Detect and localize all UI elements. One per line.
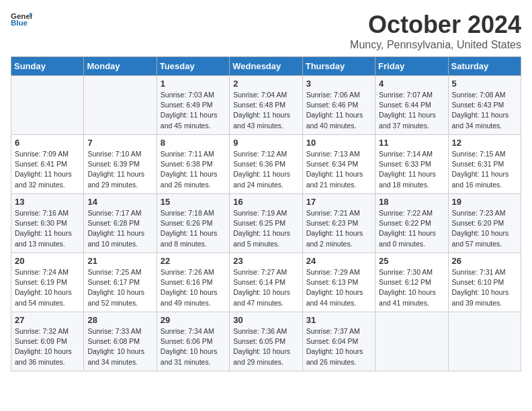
column-header-thursday: Thursday <box>302 57 375 76</box>
calendar-cell: 26Sunrise: 7:31 AM Sunset: 6:10 PM Dayli… <box>448 253 521 312</box>
calendar-cell: 4Sunrise: 7:07 AM Sunset: 6:44 PM Daylig… <box>375 76 448 135</box>
calendar-week-row: 27Sunrise: 7:32 AM Sunset: 6:09 PM Dayli… <box>11 312 521 371</box>
day-info: Sunrise: 7:08 AM Sunset: 6:43 PM Dayligh… <box>452 90 517 131</box>
day-number: 10 <box>306 138 371 148</box>
day-number: 11 <box>379 138 444 148</box>
calendar-cell: 12Sunrise: 7:15 AM Sunset: 6:31 PM Dayli… <box>448 135 521 194</box>
calendar-cell: 29Sunrise: 7:34 AM Sunset: 6:06 PM Dayli… <box>157 312 229 371</box>
day-number: 31 <box>306 315 371 325</box>
calendar-cell: 2Sunrise: 7:04 AM Sunset: 6:48 PM Daylig… <box>230 76 302 135</box>
calendar-cell: 18Sunrise: 7:22 AM Sunset: 6:22 PM Dayli… <box>375 194 448 253</box>
calendar-week-row: 1Sunrise: 7:03 AM Sunset: 6:49 PM Daylig… <box>11 76 521 135</box>
day-number: 2 <box>233 79 298 89</box>
calendar-cell: 15Sunrise: 7:18 AM Sunset: 6:26 PM Dayli… <box>157 194 229 253</box>
day-info: Sunrise: 7:06 AM Sunset: 6:46 PM Dayligh… <box>306 90 371 131</box>
day-number: 28 <box>87 315 152 325</box>
day-number: 29 <box>161 315 226 325</box>
column-header-wednesday: Wednesday <box>230 57 302 76</box>
day-number: 27 <box>15 315 80 325</box>
column-header-friday: Friday <box>375 57 448 76</box>
calendar-cell: 8Sunrise: 7:11 AM Sunset: 6:38 PM Daylig… <box>157 135 229 194</box>
day-number: 21 <box>87 256 152 266</box>
column-header-saturday: Saturday <box>448 57 521 76</box>
day-info: Sunrise: 7:15 AM Sunset: 6:31 PM Dayligh… <box>452 149 517 190</box>
day-info: Sunrise: 7:12 AM Sunset: 6:36 PM Dayligh… <box>233 149 298 190</box>
calendar-week-row: 13Sunrise: 7:16 AM Sunset: 6:30 PM Dayli… <box>11 194 521 253</box>
column-header-tuesday: Tuesday <box>157 57 229 76</box>
calendar-table: SundayMondayTuesdayWednesdayThursdayFrid… <box>11 56 521 371</box>
day-info: Sunrise: 7:03 AM Sunset: 6:49 PM Dayligh… <box>161 90 226 131</box>
calendar-cell: 11Sunrise: 7:14 AM Sunset: 6:33 PM Dayli… <box>375 135 448 194</box>
day-number: 3 <box>306 79 371 89</box>
day-number: 22 <box>161 256 226 266</box>
logo-icon: General Blue <box>11 11 32 27</box>
title-block: October 2024 Muncy, Pennsylvania, United… <box>350 11 521 51</box>
day-info: Sunrise: 7:25 AM Sunset: 6:17 PM Dayligh… <box>87 267 152 308</box>
day-number: 23 <box>233 256 298 266</box>
svg-text:Blue: Blue <box>11 19 28 27</box>
day-info: Sunrise: 7:14 AM Sunset: 6:33 PM Dayligh… <box>379 149 444 190</box>
calendar-cell: 16Sunrise: 7:19 AM Sunset: 6:25 PM Dayli… <box>230 194 302 253</box>
calendar-cell <box>84 76 157 135</box>
calendar-week-row: 6Sunrise: 7:09 AM Sunset: 6:41 PM Daylig… <box>11 135 521 194</box>
calendar-cell: 7Sunrise: 7:10 AM Sunset: 6:39 PM Daylig… <box>84 135 157 194</box>
calendar-week-row: 20Sunrise: 7:24 AM Sunset: 6:19 PM Dayli… <box>11 253 521 312</box>
calendar-header-row: SundayMondayTuesdayWednesdayThursdayFrid… <box>11 57 521 76</box>
day-info: Sunrise: 7:22 AM Sunset: 6:22 PM Dayligh… <box>379 208 444 249</box>
day-info: Sunrise: 7:19 AM Sunset: 6:25 PM Dayligh… <box>233 208 298 249</box>
day-number: 9 <box>233 138 298 148</box>
day-number: 26 <box>452 256 517 266</box>
day-info: Sunrise: 7:11 AM Sunset: 6:38 PM Dayligh… <box>161 149 226 190</box>
day-number: 7 <box>87 138 152 148</box>
day-number: 18 <box>379 197 444 207</box>
day-info: Sunrise: 7:26 AM Sunset: 6:16 PM Dayligh… <box>161 267 226 308</box>
day-number: 8 <box>161 138 226 148</box>
calendar-cell: 5Sunrise: 7:08 AM Sunset: 6:43 PM Daylig… <box>448 76 521 135</box>
day-number: 12 <box>452 138 517 148</box>
day-number: 24 <box>306 256 371 266</box>
day-info: Sunrise: 7:21 AM Sunset: 6:23 PM Dayligh… <box>306 208 371 249</box>
calendar-cell: 17Sunrise: 7:21 AM Sunset: 6:23 PM Dayli… <box>302 194 375 253</box>
calendar-cell: 10Sunrise: 7:13 AM Sunset: 6:34 PM Dayli… <box>302 135 375 194</box>
day-info: Sunrise: 7:23 AM Sunset: 6:20 PM Dayligh… <box>452 208 517 249</box>
page-header: General Blue October 2024 Muncy, Pennsyl… <box>11 11 521 51</box>
calendar-cell: 22Sunrise: 7:26 AM Sunset: 6:16 PM Dayli… <box>157 253 229 312</box>
calendar-cell: 30Sunrise: 7:36 AM Sunset: 6:05 PM Dayli… <box>230 312 302 371</box>
page-title: October 2024 <box>350 11 521 39</box>
calendar-cell: 27Sunrise: 7:32 AM Sunset: 6:09 PM Dayli… <box>11 312 84 371</box>
day-number: 16 <box>233 197 298 207</box>
calendar-cell: 9Sunrise: 7:12 AM Sunset: 6:36 PM Daylig… <box>230 135 302 194</box>
day-number: 4 <box>379 79 444 89</box>
day-info: Sunrise: 7:13 AM Sunset: 6:34 PM Dayligh… <box>306 149 371 190</box>
calendar-cell <box>375 312 448 371</box>
day-info: Sunrise: 7:27 AM Sunset: 6:14 PM Dayligh… <box>233 267 298 308</box>
day-number: 30 <box>233 315 298 325</box>
day-info: Sunrise: 7:18 AM Sunset: 6:26 PM Dayligh… <box>161 208 226 249</box>
day-number: 19 <box>452 197 517 207</box>
column-header-sunday: Sunday <box>11 57 84 76</box>
column-header-monday: Monday <box>84 57 157 76</box>
calendar-cell: 31Sunrise: 7:37 AM Sunset: 6:04 PM Dayli… <box>302 312 375 371</box>
day-info: Sunrise: 7:09 AM Sunset: 6:41 PM Dayligh… <box>15 149 80 190</box>
calendar-cell: 13Sunrise: 7:16 AM Sunset: 6:30 PM Dayli… <box>11 194 84 253</box>
calendar-cell: 19Sunrise: 7:23 AM Sunset: 6:20 PM Dayli… <box>448 194 521 253</box>
day-info: Sunrise: 7:37 AM Sunset: 6:04 PM Dayligh… <box>306 326 371 367</box>
location-subtitle: Muncy, Pennsylvania, United States <box>350 39 521 51</box>
day-info: Sunrise: 7:07 AM Sunset: 6:44 PM Dayligh… <box>379 90 444 131</box>
day-info: Sunrise: 7:36 AM Sunset: 6:05 PM Dayligh… <box>233 326 298 367</box>
day-number: 25 <box>379 256 444 266</box>
day-number: 17 <box>306 197 371 207</box>
calendar-cell: 14Sunrise: 7:17 AM Sunset: 6:28 PM Dayli… <box>84 194 157 253</box>
day-number: 13 <box>15 197 80 207</box>
day-info: Sunrise: 7:31 AM Sunset: 6:10 PM Dayligh… <box>452 267 517 308</box>
calendar-cell: 3Sunrise: 7:06 AM Sunset: 6:46 PM Daylig… <box>302 76 375 135</box>
calendar-cell <box>11 76 84 135</box>
day-number: 6 <box>15 138 80 148</box>
day-number: 14 <box>87 197 152 207</box>
calendar-cell: 20Sunrise: 7:24 AM Sunset: 6:19 PM Dayli… <box>11 253 84 312</box>
calendar-cell: 21Sunrise: 7:25 AM Sunset: 6:17 PM Dayli… <box>84 253 157 312</box>
calendar-cell: 1Sunrise: 7:03 AM Sunset: 6:49 PM Daylig… <box>157 76 229 135</box>
day-info: Sunrise: 7:17 AM Sunset: 6:28 PM Dayligh… <box>87 208 152 249</box>
logo: General Blue <box>11 11 32 27</box>
day-info: Sunrise: 7:34 AM Sunset: 6:06 PM Dayligh… <box>161 326 226 367</box>
